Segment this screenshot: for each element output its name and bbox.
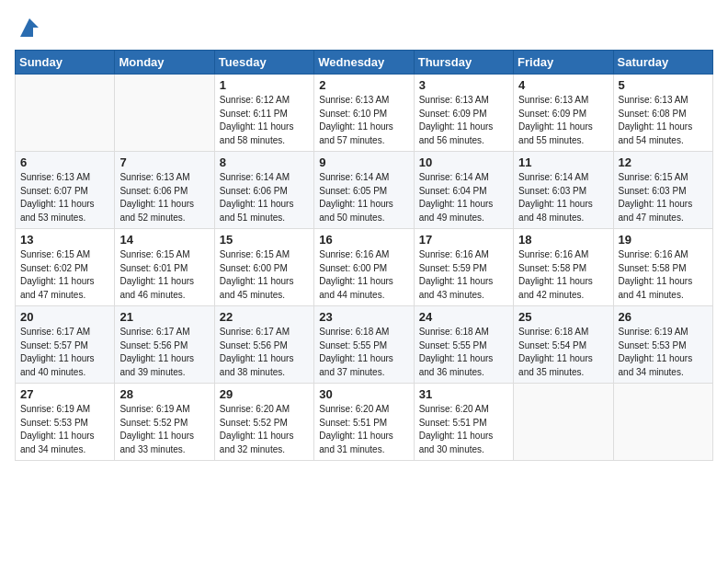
day-number: 29	[220, 387, 309, 401]
day-info: Sunrise: 6:15 AM Sunset: 6:02 PM Dayligh…	[20, 248, 109, 302]
day-info: Sunrise: 6:19 AM Sunset: 5:53 PM Dayligh…	[20, 403, 109, 456]
calendar-cell: 17Sunrise: 6:16 AM Sunset: 5:59 PM Dayli…	[414, 229, 513, 306]
calendar-cell: 10Sunrise: 6:14 AM Sunset: 6:04 PM Dayli…	[414, 152, 513, 229]
calendar-cell: 11Sunrise: 6:14 AM Sunset: 6:03 PM Dayli…	[514, 152, 613, 229]
calendar-cell: 23Sunrise: 6:18 AM Sunset: 5:55 PM Dayli…	[314, 306, 414, 384]
day-info: Sunrise: 6:14 AM Sunset: 6:06 PM Dayligh…	[220, 171, 309, 224]
calendar-cell: 13Sunrise: 6:15 AM Sunset: 6:02 PM Dayli…	[16, 229, 115, 306]
day-number: 20	[20, 310, 109, 324]
day-info: Sunrise: 6:18 AM Sunset: 5:55 PM Dayligh…	[319, 326, 408, 379]
calendar-cell: 12Sunrise: 6:15 AM Sunset: 6:03 PM Dayli…	[613, 152, 712, 229]
day-info: Sunrise: 6:18 AM Sunset: 5:55 PM Dayligh…	[419, 326, 508, 379]
day-header-sunday: Sunday	[16, 51, 115, 75]
day-number: 17	[419, 233, 508, 247]
day-header-thursday: Thursday	[414, 51, 513, 75]
day-number: 12	[619, 155, 708, 169]
calendar-cell	[115, 75, 214, 152]
calendar-week-row: 27Sunrise: 6:19 AM Sunset: 5:53 PM Dayli…	[16, 384, 713, 461]
day-info: Sunrise: 6:19 AM Sunset: 5:52 PM Dayligh…	[119, 403, 209, 456]
day-info: Sunrise: 6:14 AM Sunset: 6:05 PM Dayligh…	[319, 171, 408, 224]
day-info: Sunrise: 6:15 AM Sunset: 6:01 PM Dayligh…	[119, 248, 209, 302]
day-number: 7	[119, 155, 209, 169]
calendar-cell: 1Sunrise: 6:12 AM Sunset: 6:11 PM Daylig…	[214, 75, 313, 152]
day-number: 19	[619, 233, 708, 247]
day-number: 2	[319, 78, 408, 92]
day-info: Sunrise: 6:20 AM Sunset: 5:51 PM Dayligh…	[319, 403, 408, 456]
calendar-table: SundayMondayTuesdayWednesdayThursdayFrid…	[15, 50, 713, 461]
day-number: 27	[20, 387, 109, 401]
calendar-cell: 28Sunrise: 6:19 AM Sunset: 5:52 PM Dayli…	[115, 384, 214, 461]
calendar-cell: 27Sunrise: 6:19 AM Sunset: 5:53 PM Dayli…	[16, 384, 115, 461]
calendar-cell: 7Sunrise: 6:13 AM Sunset: 6:06 PM Daylig…	[115, 152, 214, 229]
calendar-cell	[514, 384, 613, 461]
day-number: 18	[518, 233, 608, 247]
day-number: 13	[20, 233, 109, 247]
logo	[15, 15, 42, 40]
calendar-cell: 16Sunrise: 6:16 AM Sunset: 6:00 PM Dayli…	[314, 229, 414, 306]
logo-icon	[17, 15, 42, 40]
day-number: 30	[319, 387, 408, 401]
calendar-cell: 30Sunrise: 6:20 AM Sunset: 5:51 PM Dayli…	[314, 384, 414, 461]
day-number: 11	[518, 155, 608, 169]
day-info: Sunrise: 6:16 AM Sunset: 5:58 PM Dayligh…	[518, 248, 608, 302]
calendar-cell: 8Sunrise: 6:14 AM Sunset: 6:06 PM Daylig…	[214, 152, 313, 229]
day-number: 25	[518, 310, 608, 324]
page-header	[15, 15, 713, 40]
calendar-cell: 3Sunrise: 6:13 AM Sunset: 6:09 PM Daylig…	[414, 75, 513, 152]
day-info: Sunrise: 6:12 AM Sunset: 6:11 PM Dayligh…	[220, 94, 309, 147]
calendar-week-row: 1Sunrise: 6:12 AM Sunset: 6:11 PM Daylig…	[16, 75, 713, 152]
day-info: Sunrise: 6:18 AM Sunset: 5:54 PM Dayligh…	[518, 326, 608, 379]
day-info: Sunrise: 6:14 AM Sunset: 6:04 PM Dayligh…	[419, 171, 508, 224]
calendar-cell: 15Sunrise: 6:15 AM Sunset: 6:00 PM Dayli…	[214, 229, 313, 306]
day-number: 26	[619, 310, 708, 324]
day-info: Sunrise: 6:19 AM Sunset: 5:53 PM Dayligh…	[619, 326, 708, 379]
day-info: Sunrise: 6:16 AM Sunset: 5:58 PM Dayligh…	[619, 248, 708, 302]
day-number: 6	[20, 155, 109, 169]
day-info: Sunrise: 6:20 AM Sunset: 5:52 PM Dayligh…	[220, 403, 309, 456]
calendar-cell: 18Sunrise: 6:16 AM Sunset: 5:58 PM Dayli…	[514, 229, 613, 306]
day-info: Sunrise: 6:17 AM Sunset: 5:56 PM Dayligh…	[119, 326, 209, 379]
day-number: 15	[220, 233, 309, 247]
day-number: 10	[419, 155, 508, 169]
day-info: Sunrise: 6:20 AM Sunset: 5:51 PM Dayligh…	[419, 403, 508, 456]
calendar-week-row: 20Sunrise: 6:17 AM Sunset: 5:57 PM Dayli…	[16, 306, 713, 384]
day-info: Sunrise: 6:13 AM Sunset: 6:10 PM Dayligh…	[319, 94, 408, 147]
day-info: Sunrise: 6:15 AM Sunset: 6:00 PM Dayligh…	[220, 248, 309, 302]
day-header-wednesday: Wednesday	[314, 51, 414, 75]
day-number: 14	[119, 233, 209, 247]
calendar-cell: 21Sunrise: 6:17 AM Sunset: 5:56 PM Dayli…	[115, 306, 214, 384]
day-info: Sunrise: 6:13 AM Sunset: 6:08 PM Dayligh…	[619, 94, 708, 147]
calendar-week-row: 13Sunrise: 6:15 AM Sunset: 6:02 PM Dayli…	[16, 229, 713, 306]
calendar-cell: 4Sunrise: 6:13 AM Sunset: 6:09 PM Daylig…	[514, 75, 613, 152]
day-header-monday: Monday	[115, 51, 214, 75]
day-header-saturday: Saturday	[613, 51, 712, 75]
calendar-cell: 6Sunrise: 6:13 AM Sunset: 6:07 PM Daylig…	[16, 152, 115, 229]
calendar-cell: 20Sunrise: 6:17 AM Sunset: 5:57 PM Dayli…	[16, 306, 115, 384]
day-number: 31	[419, 387, 508, 401]
svg-marker-0	[20, 18, 39, 37]
calendar-cell: 29Sunrise: 6:20 AM Sunset: 5:52 PM Dayli…	[214, 384, 313, 461]
day-number: 4	[518, 78, 608, 92]
calendar-cell: 31Sunrise: 6:20 AM Sunset: 5:51 PM Dayli…	[414, 384, 513, 461]
calendar-header-row: SundayMondayTuesdayWednesdayThursdayFrid…	[16, 51, 713, 75]
calendar-cell: 25Sunrise: 6:18 AM Sunset: 5:54 PM Dayli…	[514, 306, 613, 384]
day-number: 24	[419, 310, 508, 324]
day-info: Sunrise: 6:13 AM Sunset: 6:09 PM Dayligh…	[419, 94, 508, 147]
calendar-cell: 26Sunrise: 6:19 AM Sunset: 5:53 PM Dayli…	[613, 306, 712, 384]
day-info: Sunrise: 6:17 AM Sunset: 5:57 PM Dayligh…	[20, 326, 109, 379]
calendar-cell: 22Sunrise: 6:17 AM Sunset: 5:56 PM Dayli…	[214, 306, 313, 384]
day-info: Sunrise: 6:16 AM Sunset: 6:00 PM Dayligh…	[319, 248, 408, 302]
calendar-cell	[613, 384, 712, 461]
day-info: Sunrise: 6:13 AM Sunset: 6:07 PM Dayligh…	[20, 171, 109, 224]
day-number: 1	[220, 78, 309, 92]
day-number: 9	[319, 155, 408, 169]
day-info: Sunrise: 6:17 AM Sunset: 5:56 PM Dayligh…	[220, 326, 309, 379]
day-number: 16	[319, 233, 408, 247]
calendar-cell: 2Sunrise: 6:13 AM Sunset: 6:10 PM Daylig…	[314, 75, 414, 152]
calendar-cell	[16, 75, 115, 152]
day-number: 3	[419, 78, 508, 92]
day-number: 21	[119, 310, 209, 324]
day-number: 23	[319, 310, 408, 324]
day-number: 28	[119, 387, 209, 401]
day-info: Sunrise: 6:15 AM Sunset: 6:03 PM Dayligh…	[619, 171, 708, 224]
